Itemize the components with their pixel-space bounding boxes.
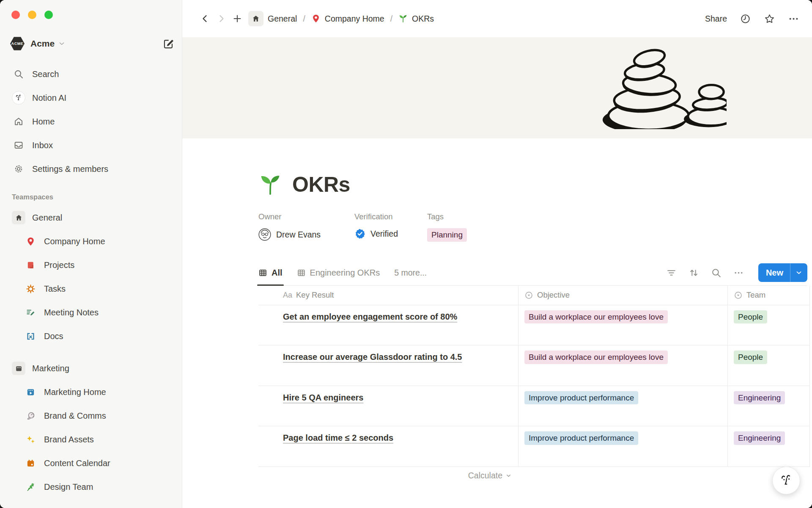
- sidebar-item-docs[interactable]: Docs: [5, 326, 177, 347]
- objective-badge[interactable]: Build a workplace our employees love: [524, 351, 668, 364]
- back-icon[interactable]: [200, 14, 210, 24]
- property-verification-value[interactable]: Verified: [354, 228, 427, 239]
- sidebar-item-design-team[interactable]: Design Team: [5, 476, 177, 497]
- sidebar-item-notion-ai[interactable]: Notion AI: [5, 87, 177, 108]
- objective-cell[interactable]: Build a workplace our employees love: [518, 305, 728, 345]
- topbar: General / Company Home / OKRs: [182, 0, 812, 37]
- sidebar-item-search[interactable]: Search: [5, 64, 177, 85]
- team-badge[interactable]: Engineering: [734, 431, 785, 445]
- new-button[interactable]: New: [758, 263, 807, 282]
- breadcrumb-item-general[interactable]: General: [248, 11, 297, 26]
- objective-cell[interactable]: Improve product performance: [518, 386, 728, 426]
- property-tags-value[interactable]: Planning: [427, 228, 807, 242]
- sidebar-item-marketing-home[interactable]: Marketing Home: [5, 381, 177, 403]
- objective-cell[interactable]: Build a workplace our employees love: [518, 345, 728, 386]
- more-options-icon[interactable]: [788, 13, 799, 25]
- close-window-button[interactable]: [11, 11, 20, 19]
- team-badge[interactable]: People: [734, 351, 767, 364]
- workspace-switcher[interactable]: ACME Acme: [10, 34, 174, 53]
- zoom-window-button[interactable]: [44, 11, 53, 19]
- team-cell[interactable]: Engineering: [728, 386, 810, 426]
- column-header-objective[interactable]: Objective: [518, 286, 728, 305]
- notion-ai-fab[interactable]: [772, 467, 800, 494]
- sidebar-item-home[interactable]: Home: [5, 111, 177, 132]
- minimize-window-button[interactable]: [28, 11, 36, 19]
- sidebar-item-inbox[interactable]: Inbox: [5, 135, 177, 156]
- property-label: Owner: [258, 212, 354, 221]
- breadcrumb-item-okrs[interactable]: OKRs: [398, 14, 434, 24]
- sidebar-item-label: Marketing Home: [44, 387, 106, 397]
- avatar: [258, 228, 271, 241]
- team-badge[interactable]: People: [734, 310, 767, 324]
- team-cell[interactable]: People: [728, 305, 810, 345]
- column-header-key-result[interactable]: Aa Key Result: [258, 286, 518, 305]
- docs-icon: [24, 331, 37, 341]
- objective-cell[interactable]: Improve product performance: [518, 426, 728, 467]
- column-header-team[interactable]: Team: [728, 286, 810, 305]
- breadcrumb-item-company-home[interactable]: Company Home: [311, 14, 384, 24]
- chevron-down-icon[interactable]: [790, 263, 807, 282]
- team-cell[interactable]: Engineering: [728, 426, 810, 467]
- sidebar-item-marketing[interactable]: Marketing: [5, 358, 177, 379]
- calculate-button[interactable]: Calculate: [468, 471, 512, 480]
- tab-all[interactable]: All: [258, 260, 283, 285]
- seedling-page-icon[interactable]: [258, 173, 282, 196]
- sidebar-item-brand-comms[interactable]: Brand & Comms: [5, 405, 177, 426]
- teamspaces-section-label: Teamspaces: [12, 193, 177, 201]
- helm-wheel-icon: [24, 284, 37, 294]
- sidebar-item-meeting-notes[interactable]: Meeting Notes: [5, 302, 177, 323]
- sidebar-item-content-calendar[interactable]: Content Calendar: [5, 453, 177, 474]
- column-header-label: Key Result: [296, 290, 334, 300]
- tag-badge[interactable]: Planning: [427, 228, 467, 242]
- compose-icon[interactable]: [163, 38, 174, 50]
- table-view-icon: [258, 268, 267, 277]
- page-title[interactable]: OKRs: [292, 172, 350, 197]
- herb-icon: [24, 482, 37, 492]
- more-views-button[interactable]: 5 more...: [394, 268, 427, 278]
- breadcrumb-label: General: [268, 14, 297, 24]
- team-badge[interactable]: Engineering: [734, 391, 785, 405]
- more-options-icon[interactable]: [733, 268, 744, 278]
- gear-icon: [12, 164, 25, 174]
- seashell-icon: [24, 411, 37, 421]
- search-icon[interactable]: [711, 268, 721, 278]
- share-button[interactable]: Share: [705, 14, 727, 24]
- breadcrumb: General / Company Home / OKRs: [200, 11, 434, 26]
- property-owner-value[interactable]: Drew Evans: [258, 228, 354, 241]
- sidebar-item-settings[interactable]: Settings & members: [5, 158, 177, 179]
- key-result-title[interactable]: Get an employee engagement score of 80%: [283, 312, 457, 321]
- property-verification: Verification Verified: [354, 212, 427, 242]
- sidebar-item-brand-assets[interactable]: Brand Assets: [5, 429, 177, 450]
- sidebar-item-tasks[interactable]: Tasks: [5, 278, 177, 299]
- sort-icon[interactable]: [689, 268, 699, 278]
- property-tags: Tags Planning: [427, 212, 807, 242]
- home-icon: [12, 116, 25, 127]
- tab-engineering-okrs[interactable]: Engineering OKRs: [297, 260, 380, 285]
- page-cover[interactable]: [182, 37, 812, 138]
- sidebar-item-projects[interactable]: Projects: [5, 254, 177, 276]
- stacked-stones-illustration: [587, 42, 727, 129]
- new-page-plus-icon[interactable]: [232, 14, 242, 24]
- sidebar-item-label: Inbox: [32, 141, 53, 150]
- select-property-icon: [734, 291, 743, 300]
- filter-icon[interactable]: [666, 268, 677, 278]
- objective-badge[interactable]: Improve product performance: [524, 391, 638, 405]
- team-cell[interactable]: People: [728, 345, 810, 386]
- sidebar-item-general[interactable]: General: [5, 207, 177, 228]
- main-area: General / Company Home / OKRs: [182, 0, 812, 508]
- key-result-title[interactable]: Hire 5 QA engineers: [283, 393, 363, 402]
- sidebar-item-label: Marketing: [32, 364, 69, 373]
- objective-badge[interactable]: Build a workplace our employees love: [524, 310, 668, 324]
- key-result-title[interactable]: Increase our average Glassdoor rating to…: [283, 352, 462, 362]
- forward-icon[interactable]: [216, 14, 226, 24]
- key-result-title[interactable]: Page load time ≤ 2 seconds: [283, 433, 393, 442]
- history-clock-icon[interactable]: [740, 13, 751, 25]
- sidebar-item-label: Brand Assets: [44, 435, 94, 444]
- objective-badge[interactable]: Improve product performance: [524, 431, 638, 445]
- favorite-star-icon[interactable]: [764, 13, 775, 25]
- verified-badge-icon: [354, 228, 365, 239]
- clapperboard-icon: [24, 387, 37, 397]
- app-window: ACME Acme Search: [0, 0, 812, 508]
- sidebar-item-company-home[interactable]: Company Home: [5, 231, 177, 252]
- new-button-label[interactable]: New: [758, 263, 790, 282]
